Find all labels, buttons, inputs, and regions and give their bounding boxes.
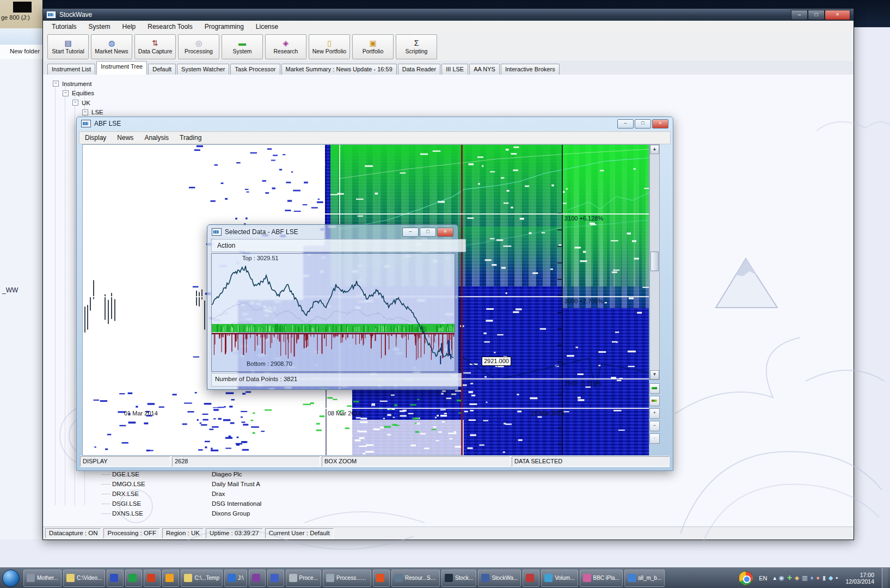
menu-item[interactable]: News — [117, 134, 133, 142]
workspace-tab[interactable]: Task Processor — [230, 64, 280, 75]
minimize-icon[interactable]: – — [791, 10, 808, 20]
taskbar-button[interactable]: Stock... — [441, 569, 476, 587]
workspace-tab[interactable]: Market Summary : News Update - 16:59 — [281, 64, 397, 75]
stockwave-title-bar[interactable]: StockWave – □ × — [43, 9, 854, 21]
explorer-new-folder-button[interactable]: New folder — [0, 45, 42, 59]
close-icon[interactable]: × — [825, 10, 850, 20]
taskbar-button[interactable]: Mother... — [23, 569, 62, 587]
chart-style-button[interactable] — [649, 383, 660, 394]
menu-item[interactable]: System — [89, 23, 111, 30]
menu-item[interactable]: Display — [85, 134, 106, 142]
minimize-icon[interactable]: – — [402, 228, 419, 237]
explorer-title-bar[interactable]: ge 800 (J:) — [0, 0, 42, 28]
start-button[interactable] — [2, 569, 20, 587]
tray-icon[interactable]: ▪ — [836, 575, 838, 581]
tray-icon[interactable]: ◉ — [779, 575, 784, 581]
toolbar-button[interactable]: ▯ New Portfolio — [309, 34, 350, 59]
taskbar-button[interactable] — [267, 569, 284, 587]
taskbar-button[interactable]: Resour...Stock... — [391, 569, 440, 587]
workspace-tab[interactable]: Instrument Tree — [96, 61, 147, 75]
menu-item[interactable]: Programming — [205, 23, 244, 30]
action-menu[interactable]: Action — [217, 242, 235, 249]
workspace-tab[interactable]: Interactive Brokers — [501, 64, 560, 75]
tray-icon[interactable]: ◈ — [795, 575, 799, 581]
tree-node[interactable]: −UK — [72, 98, 90, 107]
menu-item[interactable]: Trading — [180, 134, 201, 142]
explorer-item-label[interactable]: _WW — [2, 286, 18, 294]
menu-item[interactable]: Analysis — [144, 134, 169, 142]
tray-icon[interactable]: ✚ — [787, 575, 792, 581]
taskbar-button[interactable]: StockWa... — [478, 569, 521, 587]
taskbar-button[interactable]: all_m_b... — [624, 569, 665, 587]
workspace-tab[interactable]: Default — [148, 64, 176, 75]
zoom-out-button[interactable]: − — [649, 421, 660, 431]
instrument-row[interactable]: DMGO.LSEDaily Mail Trust A — [43, 480, 854, 489]
tree-collapse-icon[interactable]: − — [72, 100, 78, 106]
tree-node[interactable]: −Instrument — [53, 79, 91, 88]
taskbar-button[interactable] — [162, 569, 179, 587]
workspace-tab[interactable]: System Watcher — [177, 64, 229, 75]
tray-icon[interactable]: ▥ — [802, 575, 807, 581]
workspace-tab[interactable]: Instrument List — [47, 64, 95, 75]
menu-item[interactable]: Tutorials — [52, 23, 77, 30]
menu-item[interactable]: Help — [122, 23, 136, 30]
selected-data-title-bar[interactable]: Selected Data - ABF LSE – □ × — [207, 225, 458, 239]
toolbar-button[interactable]: Σ Scripting — [396, 34, 437, 59]
legend-toggle-button[interactable] — [649, 396, 660, 406]
tray-icon[interactable]: ▮ — [823, 575, 826, 581]
menu-item[interactable]: License — [256, 23, 278, 30]
tray-icon[interactable]: ● — [816, 575, 820, 581]
taskbar-button[interactable] — [125, 569, 142, 587]
toolbar-button[interactable]: ▬ System — [222, 34, 263, 59]
tree-collapse-icon[interactable]: − — [82, 109, 88, 115]
instrument-row[interactable]: DRX.LSEDrax — [43, 489, 854, 499]
language-indicator[interactable]: EN — [756, 574, 770, 583]
close-icon[interactable]: × — [437, 228, 453, 237]
toolbar-button[interactable]: ◈ Research — [265, 34, 306, 59]
workspace-tab[interactable]: Data Reader — [398, 64, 440, 75]
toolbar-button[interactable]: ◎ Processing — [178, 34, 219, 59]
taskbar-button[interactable] — [249, 569, 266, 587]
chart-scrollbar[interactable]: ▲ ▼ — [649, 144, 660, 380]
instrument-row[interactable]: DGE.LSEDiageo Plc — [43, 470, 854, 480]
taskbar-button[interactable]: C:\...Temp — [181, 569, 223, 587]
tree-collapse-icon[interactable]: − — [63, 90, 69, 96]
minimize-icon[interactable]: – — [617, 119, 634, 128]
maximize-icon[interactable]: □ — [808, 10, 825, 20]
browser-icon[interactable] — [739, 571, 753, 585]
instrument-row[interactable]: DXNS.LSEDixons Group — [43, 509, 854, 519]
workspace-tab[interactable]: AA NYS — [469, 64, 500, 75]
selected-data-chart[interactable]: Top : 3029.51 Bottom : 2908.70 — [211, 253, 455, 372]
restore-icon[interactable]: □ — [420, 228, 436, 237]
instrument-row[interactable]: DSGI.LSEDSG International — [43, 499, 854, 509]
scrollbar-thumb[interactable] — [650, 252, 659, 271]
tree-node[interactable]: −LSE — [82, 108, 103, 117]
show-desktop-button[interactable] — [882, 568, 888, 588]
toolbar-button[interactable]: ◍ Market News — [91, 34, 132, 59]
taskbar-clock[interactable]: 17:00 12/03/2014 — [841, 572, 879, 585]
scroll-up-icon[interactable]: ▲ — [650, 145, 659, 154]
toolbar-button[interactable]: ⇅ Data Capture — [134, 34, 176, 59]
dot-button[interactable]: · — [649, 433, 660, 444]
tray-icon[interactable]: ♦ — [811, 575, 814, 581]
tree-node[interactable]: −Equities — [63, 89, 94, 98]
zoom-in-button[interactable]: + — [649, 408, 660, 419]
tray-icon[interactable]: ▴ — [773, 575, 776, 581]
close-icon[interactable]: × — [652, 119, 668, 128]
tray-icon[interactable]: ◆ — [828, 575, 833, 581]
toolbar-button[interactable]: ▣ Portfolio — [352, 34, 394, 59]
taskbar-button[interactable] — [107, 569, 124, 587]
taskbar-button[interactable] — [144, 569, 161, 587]
abf-title-bar[interactable]: ABF LSE – □ × — [77, 117, 673, 130]
menu-item[interactable]: Research Tools — [148, 23, 193, 30]
tree-collapse-icon[interactable]: − — [53, 81, 59, 87]
toolbar-button[interactable]: ▤ Start Tutorial — [47, 34, 89, 59]
taskbar-button[interactable]: Volum... — [541, 569, 578, 587]
taskbar-button[interactable]: C:\Video... — [63, 569, 106, 587]
restore-icon[interactable]: □ — [635, 119, 651, 128]
scroll-down-icon[interactable]: ▼ — [650, 370, 659, 379]
taskbar-button[interactable]: J:\ — [224, 569, 247, 587]
taskbar-button[interactable] — [523, 569, 539, 587]
taskbar-button[interactable]: Process...Resou... — [323, 569, 371, 587]
taskbar-button[interactable]: Proce... — [286, 569, 321, 587]
